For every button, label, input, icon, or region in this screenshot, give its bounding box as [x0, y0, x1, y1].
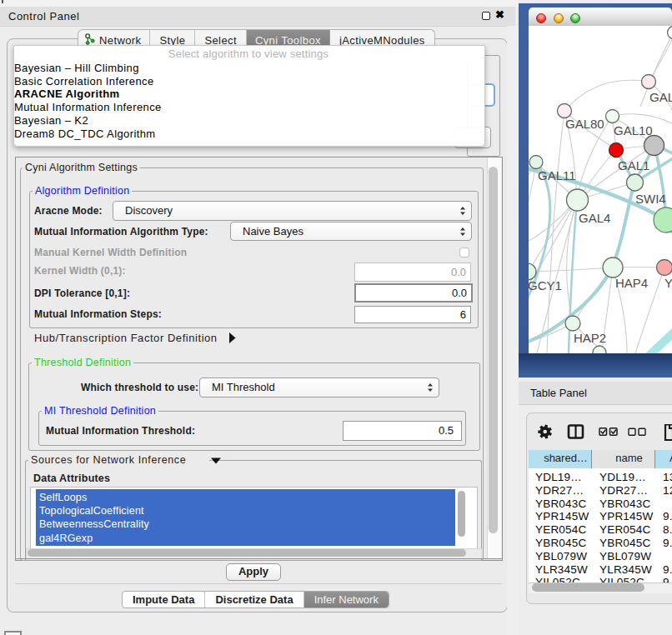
svg-text:GAL4: GAL4 [579, 211, 610, 225]
svg-text:GCY1: GCY1 [529, 278, 562, 292]
svg-text:HAP4: HAP4 [615, 276, 648, 290]
svg-text:GAL11: GAL11 [538, 168, 576, 182]
svg-text:SWI4: SWI4 [635, 192, 666, 206]
svg-text:GAL1: GAL1 [618, 158, 649, 172]
svg-text:GAL10: GAL10 [614, 123, 653, 138]
svg-text:Y: Y [664, 276, 672, 290]
svg-text:HAP2: HAP2 [574, 331, 606, 345]
svg-text:GAL2: GAL2 [649, 90, 672, 104]
svg-text:GAL80: GAL80 [565, 117, 604, 131]
